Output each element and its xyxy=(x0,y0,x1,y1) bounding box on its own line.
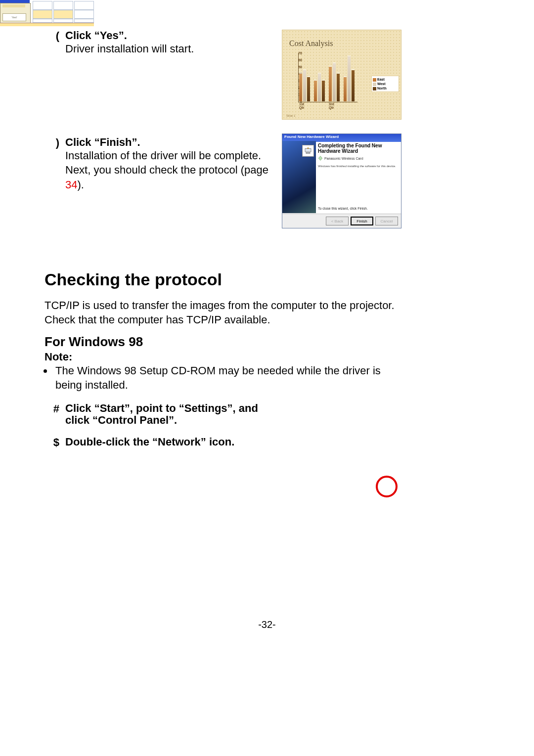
svg-rect-1 xyxy=(306,152,310,153)
protocol-step-1: # Click “Start”, point to “Settings”, an… xyxy=(65,402,283,426)
chart-bar xyxy=(352,70,355,101)
wizard-device-icon xyxy=(302,145,314,157)
step-8-title: Click “Finish”. xyxy=(65,136,272,148)
note-list: The Windows 98 Setup CD-ROM may be neede… xyxy=(53,363,405,393)
wizard-back-button[interactable]: < Back xyxy=(326,217,349,225)
chart-bar xyxy=(348,56,351,101)
chart-legend-item: East xyxy=(373,77,398,82)
step-8-line1: Installation of the driver will be compl… xyxy=(65,149,261,162)
chart-legend-item: North xyxy=(373,86,398,90)
svg-rect-0 xyxy=(305,148,311,152)
protocol-step-1-marker: # xyxy=(44,402,59,415)
protocol-step-2-text: Double-click the “Network” icon. xyxy=(65,436,283,448)
red-circle-icon xyxy=(376,476,398,497)
thumbnail-prev-page: Yes! xyxy=(0,0,94,26)
chart-bar xyxy=(322,81,325,101)
wizard-device-name: Panasonic Wireless Card xyxy=(324,157,363,160)
hardware-wizard-dialog: Found New Hardware Wizard Completing the… xyxy=(282,133,401,228)
section-intro: TCP/IP is used to transfer the images fr… xyxy=(44,298,405,327)
chart-bar xyxy=(333,63,336,101)
chart-bar xyxy=(314,81,317,101)
chart-legend-item: West xyxy=(373,82,398,86)
protocol-step-2-marker: $ xyxy=(44,436,59,449)
protocol-step-2: $ Double-click the “Network” icon. xyxy=(65,436,283,448)
step-8-line2b: ). xyxy=(77,178,84,191)
wizard-heading: Completing the Found New Hardware Wizard xyxy=(318,143,398,154)
chart-bar xyxy=(329,67,332,101)
protocol-step-1-text: Click “Start”, point to “Settings”, and … xyxy=(65,402,283,426)
note-label: Note: xyxy=(44,351,405,363)
chart-bar xyxy=(318,74,321,101)
wizard-finish-button[interactable]: Finish xyxy=(351,217,373,225)
section-title: Checking the protocol xyxy=(44,270,405,289)
chart-slide-footer: Slide 1 xyxy=(286,114,295,117)
page-number: -32- xyxy=(0,619,534,630)
chart-xtick: 1stQtr xyxy=(299,102,305,109)
wizard-cancel-button[interactable]: Cancel xyxy=(375,217,398,225)
wizard-button-row: < Back Finish Cancel xyxy=(282,214,401,228)
chart-plot-area: 010203040506070 1stQtr3rdQtr xyxy=(293,53,367,112)
diamond-icon xyxy=(318,156,323,161)
chart-bar xyxy=(299,74,302,101)
wizard-body: Completing the Found New Hardware Wizard… xyxy=(318,143,398,168)
chart-bar xyxy=(307,77,310,101)
chart-bar xyxy=(303,70,306,101)
section-subtitle: For Windows 98 xyxy=(44,334,405,350)
wizard-status: Windows has finished installing the soft… xyxy=(318,165,398,168)
step-8: ) Click “Finish”. Installation of the dr… xyxy=(44,136,272,192)
chart-bar xyxy=(337,74,340,101)
wizard-device: Panasonic Wireless Card xyxy=(318,156,398,161)
chart-xtick: 3rdQtr xyxy=(329,102,334,109)
step-8-body: Installation of the driver will be compl… xyxy=(65,148,272,192)
step-8-page-ref: 34 xyxy=(65,178,77,191)
cost-analysis-chart: Cost Analysis 010203040506070 1stQtr3rdQ… xyxy=(282,30,401,120)
step-8-line2a: Next, you should check the protocol (pag… xyxy=(65,164,268,176)
chart-legend: EastWestNorth xyxy=(371,76,399,92)
step-7-marker: ( xyxy=(44,30,59,43)
chart-bar xyxy=(344,77,347,101)
wizard-close-text: To close this wizard, click Finish. xyxy=(318,207,368,210)
section-checking-protocol: Checking the protocol TCP/IP is used to … xyxy=(44,270,405,448)
thumbnail-button-label: Yes! xyxy=(2,13,26,21)
step-8-marker: ) xyxy=(44,136,59,149)
note-item: The Windows 98 Setup CD-ROM may be neede… xyxy=(53,363,405,393)
chart-title: Cost Analysis xyxy=(289,39,333,48)
